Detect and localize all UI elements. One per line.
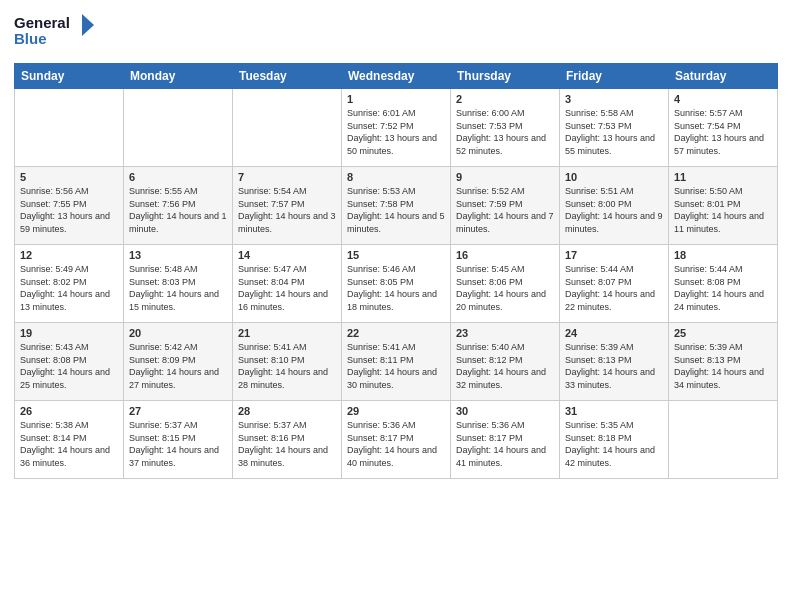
cell-text: Sunrise: 5:54 AMSunset: 7:57 PMDaylight:… (238, 186, 336, 234)
calendar-cell: 4Sunrise: 5:57 AMSunset: 7:54 PMDaylight… (669, 89, 778, 167)
day-number: 23 (456, 327, 554, 339)
calendar-cell: 10Sunrise: 5:51 AMSunset: 8:00 PMDayligh… (560, 167, 669, 245)
svg-text:General: General (14, 14, 70, 31)
week-row-5: 26Sunrise: 5:38 AMSunset: 8:14 PMDayligh… (15, 401, 778, 479)
day-header-thursday: Thursday (451, 64, 560, 89)
cell-text: Sunrise: 5:55 AMSunset: 7:56 PMDaylight:… (129, 186, 227, 234)
calendar-cell: 8Sunrise: 5:53 AMSunset: 7:58 PMDaylight… (342, 167, 451, 245)
calendar-cell: 20Sunrise: 5:42 AMSunset: 8:09 PMDayligh… (124, 323, 233, 401)
day-number: 16 (456, 249, 554, 261)
day-number: 17 (565, 249, 663, 261)
calendar-cell: 31Sunrise: 5:35 AMSunset: 8:18 PMDayligh… (560, 401, 669, 479)
calendar-cell: 29Sunrise: 5:36 AMSunset: 8:17 PMDayligh… (342, 401, 451, 479)
calendar-cell: 5Sunrise: 5:56 AMSunset: 7:55 PMDaylight… (15, 167, 124, 245)
cell-text: Sunrise: 5:42 AMSunset: 8:09 PMDaylight:… (129, 342, 219, 390)
day-number: 27 (129, 405, 227, 417)
calendar-cell: 11Sunrise: 5:50 AMSunset: 8:01 PMDayligh… (669, 167, 778, 245)
cell-text: Sunrise: 5:43 AMSunset: 8:08 PMDaylight:… (20, 342, 110, 390)
cell-text: Sunrise: 5:46 AMSunset: 8:05 PMDaylight:… (347, 264, 437, 312)
day-number: 31 (565, 405, 663, 417)
calendar-cell: 15Sunrise: 5:46 AMSunset: 8:05 PMDayligh… (342, 245, 451, 323)
calendar-cell: 22Sunrise: 5:41 AMSunset: 8:11 PMDayligh… (342, 323, 451, 401)
cell-text: Sunrise: 5:48 AMSunset: 8:03 PMDaylight:… (129, 264, 219, 312)
header: General Blue (14, 10, 778, 55)
calendar-cell: 14Sunrise: 5:47 AMSunset: 8:04 PMDayligh… (233, 245, 342, 323)
week-row-3: 12Sunrise: 5:49 AMSunset: 8:02 PMDayligh… (15, 245, 778, 323)
day-number: 12 (20, 249, 118, 261)
svg-text:Blue: Blue (14, 30, 47, 47)
calendar-cell: 6Sunrise: 5:55 AMSunset: 7:56 PMDaylight… (124, 167, 233, 245)
day-header-friday: Friday (560, 64, 669, 89)
calendar-cell: 7Sunrise: 5:54 AMSunset: 7:57 PMDaylight… (233, 167, 342, 245)
cell-text: Sunrise: 5:52 AMSunset: 7:59 PMDaylight:… (456, 186, 554, 234)
cell-text: Sunrise: 5:47 AMSunset: 8:04 PMDaylight:… (238, 264, 328, 312)
calendar-cell (124, 89, 233, 167)
logo-svg: General Blue (14, 10, 94, 55)
cell-text: Sunrise: 5:50 AMSunset: 8:01 PMDaylight:… (674, 186, 764, 234)
calendar-cell: 30Sunrise: 5:36 AMSunset: 8:17 PMDayligh… (451, 401, 560, 479)
week-row-1: 1Sunrise: 6:01 AMSunset: 7:52 PMDaylight… (15, 89, 778, 167)
day-number: 3 (565, 93, 663, 105)
calendar-cell: 1Sunrise: 6:01 AMSunset: 7:52 PMDaylight… (342, 89, 451, 167)
day-number: 14 (238, 249, 336, 261)
calendar-cell: 27Sunrise: 5:37 AMSunset: 8:15 PMDayligh… (124, 401, 233, 479)
day-number: 25 (674, 327, 772, 339)
calendar-cell: 17Sunrise: 5:44 AMSunset: 8:07 PMDayligh… (560, 245, 669, 323)
calendar-cell: 18Sunrise: 5:44 AMSunset: 8:08 PMDayligh… (669, 245, 778, 323)
calendar-cell: 24Sunrise: 5:39 AMSunset: 8:13 PMDayligh… (560, 323, 669, 401)
calendar-cell: 2Sunrise: 6:00 AMSunset: 7:53 PMDaylight… (451, 89, 560, 167)
day-number: 5 (20, 171, 118, 183)
day-number: 20 (129, 327, 227, 339)
cell-text: Sunrise: 5:39 AMSunset: 8:13 PMDaylight:… (565, 342, 655, 390)
svg-marker-2 (82, 14, 94, 36)
day-number: 22 (347, 327, 445, 339)
cell-text: Sunrise: 5:57 AMSunset: 7:54 PMDaylight:… (674, 108, 764, 156)
calendar-cell: 21Sunrise: 5:41 AMSunset: 8:10 PMDayligh… (233, 323, 342, 401)
calendar-cell: 19Sunrise: 5:43 AMSunset: 8:08 PMDayligh… (15, 323, 124, 401)
day-number: 29 (347, 405, 445, 417)
cell-text: Sunrise: 5:51 AMSunset: 8:00 PMDaylight:… (565, 186, 663, 234)
cell-text: Sunrise: 6:00 AMSunset: 7:53 PMDaylight:… (456, 108, 546, 156)
day-number: 15 (347, 249, 445, 261)
cell-text: Sunrise: 5:40 AMSunset: 8:12 PMDaylight:… (456, 342, 546, 390)
day-number: 28 (238, 405, 336, 417)
day-header-monday: Monday (124, 64, 233, 89)
week-row-2: 5Sunrise: 5:56 AMSunset: 7:55 PMDaylight… (15, 167, 778, 245)
day-number: 8 (347, 171, 445, 183)
day-number: 6 (129, 171, 227, 183)
day-number: 21 (238, 327, 336, 339)
day-number: 30 (456, 405, 554, 417)
day-number: 2 (456, 93, 554, 105)
day-header-wednesday: Wednesday (342, 64, 451, 89)
cell-text: Sunrise: 5:36 AMSunset: 8:17 PMDaylight:… (456, 420, 546, 468)
cell-text: Sunrise: 5:38 AMSunset: 8:14 PMDaylight:… (20, 420, 110, 468)
cell-text: Sunrise: 5:56 AMSunset: 7:55 PMDaylight:… (20, 186, 110, 234)
day-number: 1 (347, 93, 445, 105)
day-number: 13 (129, 249, 227, 261)
day-number: 24 (565, 327, 663, 339)
cell-text: Sunrise: 5:49 AMSunset: 8:02 PMDaylight:… (20, 264, 110, 312)
calendar-cell: 3Sunrise: 5:58 AMSunset: 7:53 PMDaylight… (560, 89, 669, 167)
calendar-cell: 16Sunrise: 5:45 AMSunset: 8:06 PMDayligh… (451, 245, 560, 323)
calendar-header-row: SundayMondayTuesdayWednesdayThursdayFrid… (15, 64, 778, 89)
logo: General Blue (14, 10, 94, 55)
cell-text: Sunrise: 5:37 AMSunset: 8:15 PMDaylight:… (129, 420, 219, 468)
calendar-cell: 28Sunrise: 5:37 AMSunset: 8:16 PMDayligh… (233, 401, 342, 479)
cell-text: Sunrise: 6:01 AMSunset: 7:52 PMDaylight:… (347, 108, 437, 156)
cell-text: Sunrise: 5:44 AMSunset: 8:08 PMDaylight:… (674, 264, 764, 312)
cell-text: Sunrise: 5:37 AMSunset: 8:16 PMDaylight:… (238, 420, 328, 468)
day-number: 9 (456, 171, 554, 183)
day-header-tuesday: Tuesday (233, 64, 342, 89)
day-number: 11 (674, 171, 772, 183)
calendar-cell (669, 401, 778, 479)
calendar-cell: 9Sunrise: 5:52 AMSunset: 7:59 PMDaylight… (451, 167, 560, 245)
day-number: 26 (20, 405, 118, 417)
cell-text: Sunrise: 5:39 AMSunset: 8:13 PMDaylight:… (674, 342, 764, 390)
day-header-saturday: Saturday (669, 64, 778, 89)
cell-text: Sunrise: 5:36 AMSunset: 8:17 PMDaylight:… (347, 420, 437, 468)
cell-text: Sunrise: 5:53 AMSunset: 7:58 PMDaylight:… (347, 186, 445, 234)
week-row-4: 19Sunrise: 5:43 AMSunset: 8:08 PMDayligh… (15, 323, 778, 401)
cell-text: Sunrise: 5:58 AMSunset: 7:53 PMDaylight:… (565, 108, 655, 156)
calendar-cell (233, 89, 342, 167)
calendar-cell: 26Sunrise: 5:38 AMSunset: 8:14 PMDayligh… (15, 401, 124, 479)
